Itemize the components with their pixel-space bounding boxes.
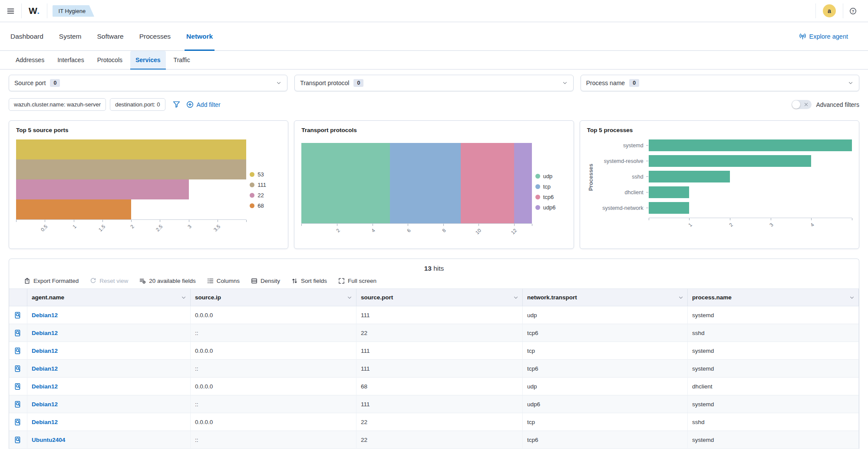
axis-tick-mark bbox=[16, 220, 17, 222]
filter-options-button[interactable] bbox=[173, 101, 180, 108]
legend-dot bbox=[535, 195, 540, 199]
chevron-down-icon bbox=[848, 80, 854, 86]
toolbar-export-formatted-button[interactable]: Export Formatted bbox=[24, 278, 79, 284]
chevron-down-icon[interactable] bbox=[347, 295, 353, 301]
agent-link[interactable]: Debian12 bbox=[32, 419, 58, 425]
column-header-network-transport[interactable]: network.transport bbox=[523, 289, 688, 306]
subtab-traffic[interactable]: Traffic bbox=[168, 51, 195, 69]
axis-tick-mark bbox=[218, 220, 218, 222]
count-badge: 0 bbox=[50, 79, 60, 87]
help-button[interactable]: ? bbox=[849, 7, 857, 15]
bar-sshd[interactable] bbox=[649, 171, 730, 182]
tab-dashboard[interactable]: Dashboard bbox=[10, 22, 43, 50]
toolbar-sort-fields-button[interactable]: Sort fields bbox=[291, 278, 327, 284]
axis-tick-label: 1 bbox=[72, 224, 77, 229]
bar-68[interactable] bbox=[16, 199, 131, 219]
bar-22[interactable] bbox=[16, 179, 189, 199]
bar-dhclient[interactable] bbox=[649, 186, 690, 198]
tab-processes[interactable]: Processes bbox=[139, 22, 171, 50]
agent-link[interactable]: Debian12 bbox=[32, 383, 58, 390]
cell-agent-name: Debian12 bbox=[27, 306, 191, 324]
toolbar-density-button[interactable]: Density bbox=[251, 278, 280, 284]
axis-tick-mark bbox=[479, 224, 479, 226]
cell-process-name: sshd bbox=[688, 324, 859, 342]
filter-dropdown-source-port[interactable]: Source port0 bbox=[9, 75, 287, 91]
tab-software[interactable]: Software bbox=[97, 22, 124, 50]
column-header-agent-name[interactable]: agent.name bbox=[27, 289, 191, 306]
expand-row-button[interactable] bbox=[9, 342, 27, 360]
axis-tick-label: 3.5 bbox=[213, 224, 221, 232]
category-label: sshd bbox=[595, 174, 646, 180]
column-header-process-name[interactable]: process.name bbox=[688, 289, 859, 306]
legend-label: tcp6 bbox=[543, 194, 554, 200]
add-filter-button[interactable]: Add filter bbox=[186, 101, 221, 108]
bar-systemd-resolve[interactable] bbox=[649, 155, 812, 167]
bar-segment-udp[interactable] bbox=[301, 143, 390, 223]
agent-link[interactable]: Debian12 bbox=[32, 312, 58, 318]
divider bbox=[843, 3, 843, 18]
bar-53[interactable] bbox=[16, 139, 246, 159]
agent-link[interactable]: Debian12 bbox=[32, 348, 58, 354]
divider bbox=[815, 3, 816, 18]
axis-tick-label: 4 bbox=[809, 222, 815, 228]
bar-111[interactable] bbox=[16, 159, 246, 179]
filter-dropdown-process-name[interactable]: Process name0 bbox=[581, 75, 859, 91]
expand-row-button[interactable] bbox=[9, 431, 27, 449]
menu-button[interactable] bbox=[0, 7, 21, 15]
axis-tick-mark bbox=[189, 220, 189, 222]
filter-pill[interactable]: destination.port: 0 bbox=[110, 98, 165, 111]
axis-tick-mark bbox=[532, 224, 532, 226]
column-header-source-port[interactable]: source.port bbox=[356, 289, 523, 306]
bar-systemd[interactable] bbox=[649, 139, 852, 151]
bar-systemd-network[interactable] bbox=[649, 202, 690, 214]
subtab-addresses[interactable]: Addresses bbox=[10, 51, 50, 69]
cell-agent-name: Debian12 bbox=[27, 378, 191, 395]
explore-agent-button[interactable]: Explore agent bbox=[799, 22, 848, 50]
subtab-protocols[interactable]: Protocols bbox=[92, 51, 128, 69]
subtab-interfaces[interactable]: Interfaces bbox=[52, 51, 89, 69]
user-avatar[interactable]: a bbox=[823, 4, 836, 17]
dropdown-label: Source port bbox=[14, 80, 46, 86]
legend-item: 53 bbox=[250, 171, 281, 178]
axis-tick-mark bbox=[811, 218, 812, 220]
agent-link[interactable]: Debian12 bbox=[32, 365, 58, 372]
axis-tick-label: 3 bbox=[187, 224, 192, 229]
agent-link[interactable]: Debian12 bbox=[32, 401, 58, 408]
expand-row-button[interactable] bbox=[9, 378, 27, 395]
agent-link[interactable]: Debian12 bbox=[32, 330, 58, 336]
wazuh-logo[interactable]: W. bbox=[22, 6, 47, 16]
y-tick bbox=[646, 176, 648, 177]
expand-row-button[interactable] bbox=[9, 324, 27, 342]
axis-tick-mark bbox=[246, 220, 247, 222]
expand-row-button[interactable] bbox=[9, 413, 27, 431]
bar-segment-tcp6[interactable] bbox=[461, 143, 514, 223]
column-header-source-ip[interactable]: source.ip bbox=[191, 289, 356, 306]
tab-system[interactable]: System bbox=[59, 22, 82, 50]
column-label: source.port bbox=[361, 294, 393, 301]
subtab-services[interactable]: Services bbox=[130, 51, 166, 69]
bar-segment-tcp[interactable] bbox=[390, 143, 461, 223]
toolbar-columns-button[interactable]: Columns bbox=[207, 278, 240, 284]
advanced-filters-label: Advanced filters bbox=[816, 101, 859, 108]
expand-row-button[interactable] bbox=[9, 306, 27, 324]
chevron-down-icon[interactable] bbox=[181, 295, 187, 301]
expand-row-button[interactable] bbox=[9, 360, 27, 378]
toolbar-full-screen-button[interactable]: Full screen bbox=[338, 278, 376, 284]
filter-pill[interactable]: wazuh.cluster.name: wazuh-server bbox=[9, 98, 106, 111]
expand-row-button[interactable] bbox=[9, 395, 27, 413]
agent-link[interactable]: Ubuntu2404 bbox=[32, 437, 65, 443]
toolbar-20-available-fields-button[interactable]: 20 available fields bbox=[139, 278, 195, 284]
legend-item: 22 bbox=[250, 192, 281, 199]
chevron-down-icon[interactable] bbox=[513, 295, 519, 301]
advanced-filters-toggle[interactable] bbox=[792, 100, 812, 109]
cell-source-ip: 0.0.0.0 bbox=[191, 378, 356, 395]
inspect-icon bbox=[14, 312, 22, 319]
chevron-down-icon[interactable] bbox=[678, 295, 684, 301]
tab-network[interactable]: Network bbox=[186, 22, 213, 50]
explore-agent-label: Explore agent bbox=[809, 33, 848, 40]
filter-dropdown-transport-protocol[interactable]: Transport protocol0 bbox=[294, 75, 573, 91]
chevron-down-icon[interactable] bbox=[849, 295, 855, 301]
bar-segment-udp6[interactable] bbox=[514, 143, 532, 223]
y-tick bbox=[646, 208, 648, 208]
toolbar-reset-view-button[interactable]: Reset view bbox=[90, 278, 128, 284]
